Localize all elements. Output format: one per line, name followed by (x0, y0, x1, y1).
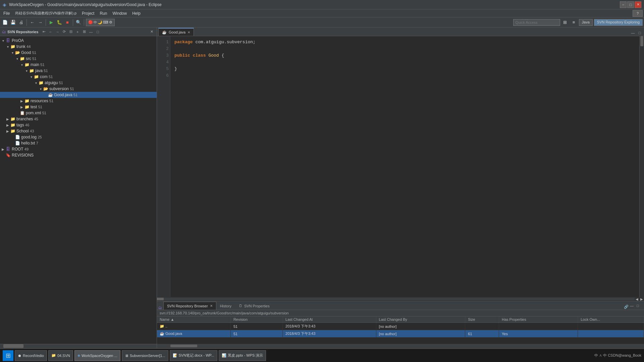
vertical-scrollbar[interactable] (639, 36, 644, 297)
tree-item-hellotxt[interactable]: ▶ 📄 hello.txt 7 (0, 140, 157, 146)
menu-file[interactable]: File (1, 10, 12, 16)
bottom-hscroll[interactable] (157, 344, 644, 348)
editor-tab-goodjava[interactable]: ☕ Good.java ✕ (158, 28, 194, 36)
col-revision[interactable]: Revision (230, 316, 282, 323)
tree-item-branches[interactable]: ▶ 📁 branches 45 (0, 116, 157, 122)
arrow-subversion: ▾ (38, 86, 43, 91)
close-button[interactable]: ✕ (635, 1, 641, 8)
col-last-changed-at[interactable]: Last Changed At (283, 316, 376, 323)
tree-item-prooa[interactable]: ▾ 🗄 ProOA (0, 38, 157, 44)
col-has-props[interactable]: Has Properties (499, 316, 578, 323)
code-line-5: } (174, 66, 635, 72)
toolbar-print[interactable]: 🖨 (17, 19, 25, 26)
menu-course[interactable]: 尚硅谷SVN高级教程(SVN操作详解).p (13, 10, 78, 16)
start-button[interactable]: ⊞ (3, 350, 13, 361)
tree-item-java[interactable]: ▾ 📁 java 51 (0, 68, 157, 74)
taskbar-svndoc[interactable]: 📝 SVN笔记.docx - WP... (170, 350, 217, 361)
tree-item-src[interactable]: ▾ 📁 src 51 (0, 56, 157, 62)
code-editor[interactable]: package com.atguigu.subversion; public c… (170, 36, 639, 297)
code-line-2 (174, 46, 635, 52)
panel-prev-btn[interactable]: ← (48, 29, 54, 35)
bottom-link-btn[interactable]: 🔗 (623, 304, 629, 310)
toolbar-open-type[interactable]: 🔍 (75, 19, 82, 26)
toolbar-perspective-open[interactable]: ⊞ (561, 19, 569, 26)
toolbar-right: ⊞ ≡ Java SVN Repository Exploring (513, 19, 643, 26)
label-goodjava-file: Good.java (165, 331, 182, 336)
label-parent-folder: .. (165, 324, 167, 328)
toolbar-save-all[interactable]: 💾 (9, 19, 17, 26)
left-panel-hscrollbar[interactable] (0, 344, 157, 348)
toolbar-stop[interactable]: ■ (64, 19, 71, 26)
editor-tab-close-btn[interactable]: ✕ (187, 31, 190, 34)
editor-hscroll[interactable]: ◀ ▶ (157, 297, 644, 301)
toolbar-next-edit[interactable]: → (37, 19, 44, 26)
toolbar-debug[interactable]: 🐛 (56, 19, 63, 26)
panel-max-btn[interactable]: □ (95, 29, 101, 35)
tree-item-revisions[interactable]: ▶ 🔖 REVISIONS (0, 152, 157, 158)
taskbar-04svn[interactable]: 📁 04.SVN (48, 350, 73, 361)
tab-svn-browser-close[interactable]: ✕ (210, 304, 213, 308)
tree-item-test[interactable]: ▶ 📁 test 51 (0, 104, 157, 110)
tree-item-school[interactable]: ▶ 📁 School 43 (0, 128, 157, 134)
tree-item-goodjava[interactable]: ▶ ☕ Good.java 51 (0, 92, 157, 98)
col-size[interactable]: Size (465, 316, 499, 323)
tab-history[interactable]: History (216, 302, 235, 310)
tree-item-tags[interactable]: ▶ 📁 tags 46 (0, 122, 157, 128)
editor-minimize-btn[interactable]: — (630, 30, 636, 36)
menu-run[interactable]: Run (98, 10, 109, 16)
tree-item-resources[interactable]: ▶ 📁 resources 51 (0, 98, 157, 104)
table-row-parent[interactable]: 📁 .. 51 2018/4/3 下午3:43 [no author] (157, 323, 644, 330)
scroll-right-btn[interactable]: ▶ (639, 297, 644, 301)
tree-item-main[interactable]: ▾ 📁 main 51 (0, 62, 157, 68)
scroll-left-btn[interactable]: ◀ (635, 297, 639, 301)
panel-add-btn[interactable]: + (74, 29, 80, 35)
tab-svn-props[interactable]: 🗒 SVN Properties (235, 302, 273, 310)
col-last-changed-by[interactable]: Last Changed By (376, 316, 465, 323)
panel-sync-btn[interactable]: ⟳ (61, 29, 67, 35)
taskbar-recordvedio[interactable]: ⏺ RecordVedio (15, 350, 47, 361)
toolbar-perspective-list[interactable]: ≡ (570, 19, 578, 26)
main-area: 🗂 SVN Repositories ⇤ ← → ⟳ ⊟ + ⊞ — □ ✕ ▾… (0, 27, 644, 348)
tree-item-goodlog[interactable]: ▶ 📄 good.log 25 (0, 134, 157, 140)
taskbar-svnserver[interactable]: 🖥 SubversionServer[1... (122, 350, 168, 361)
bottom-min-btn[interactable]: — (630, 304, 636, 310)
toolbar-run[interactable]: ▶ (48, 19, 55, 26)
table-row-goodjava[interactable]: ☕ Good.java 51 2018/4/3 下午3:43 [no autho… (157, 330, 644, 338)
panel-min-btn[interactable]: — (88, 29, 94, 35)
panel-close-btn[interactable]: ✕ (149, 29, 155, 35)
cell-name-parent: 📁 .. (157, 323, 230, 330)
taskbar-pptx[interactable]: 📊 黑皮.pptx - WPS 演示 (219, 350, 266, 361)
tree-item-root49[interactable]: ▶ 🗄 ROOT 49 (0, 146, 157, 152)
perspective-java-btn[interactable]: Java (579, 19, 593, 26)
perspective-svn-btn[interactable]: SVN Repository Exploring (594, 19, 643, 26)
taskbar-eclipse[interactable]: ◈ WorkSpaceOxygen ... (74, 350, 120, 361)
menu-help[interactable]: Help (130, 10, 143, 16)
tab-svn-browser[interactable]: SVN Repository Browser ✕ (163, 302, 216, 310)
editor-maximize-btn[interactable]: □ (637, 30, 643, 36)
menu-window[interactable]: Window (110, 10, 129, 16)
toolbar-prev-edit[interactable]: ← (29, 19, 36, 26)
tree-item-subversion[interactable]: ▾ 📂 subversion 51 (0, 86, 157, 92)
col-lock-owner[interactable]: Lock Own... (578, 316, 644, 323)
panel-collapse-all-btn[interactable]: ⊟ (68, 29, 74, 35)
tab-svn-props-icon: 🗒 (239, 304, 242, 308)
menu-project[interactable]: Project (80, 10, 96, 16)
col-name[interactable]: Name ▲ (157, 316, 230, 323)
line-num-3: 3 (158, 52, 169, 59)
tree-item-atguigu[interactable]: ▾ 📁 atguigu 51 (0, 80, 157, 86)
panel-next-btn[interactable]: → (54, 29, 60, 35)
bottom-max-btn[interactable]: □ (637, 304, 643, 310)
icon-revisions: 🔖 (5, 153, 11, 158)
quick-access-input[interactable] (513, 19, 560, 26)
tree-item-trunk[interactable]: ▾ 📁 trunk 44 (0, 44, 157, 50)
panel-layout-btn[interactable]: ⊞ (81, 29, 87, 35)
tree-item-good[interactable]: ▾ 📂 Good 51 (0, 50, 157, 56)
toolbar-new[interactable]: 📄 (1, 19, 9, 26)
svn-gear: ⚙ (109, 20, 112, 24)
maximize-button[interactable]: □ (627, 1, 634, 8)
tree-item-pomxml[interactable]: ▶ 📋 pom.xml 51 (0, 110, 157, 116)
help-button[interactable]: ? (633, 10, 643, 17)
tree-item-com[interactable]: ▾ 📁 com 51 (0, 74, 157, 80)
minimize-button[interactable]: − (620, 1, 627, 8)
panel-collapse-btn[interactable]: ⇤ (41, 29, 47, 35)
